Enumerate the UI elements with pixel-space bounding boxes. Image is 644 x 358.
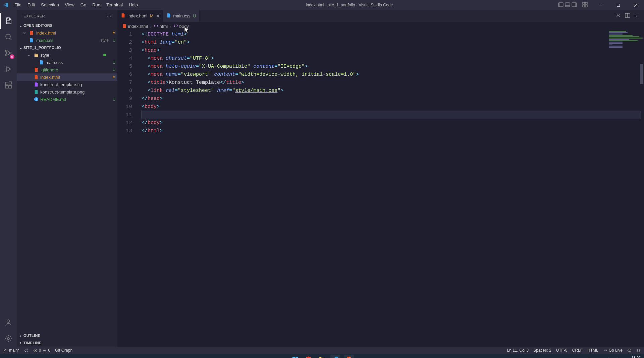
file-icon bbox=[39, 60, 44, 65]
taskbar-vscode-icon[interactable] bbox=[330, 355, 340, 358]
code-line[interactable]: </head> bbox=[142, 95, 644, 103]
breadcrumb[interactable]: index.html›html›body bbox=[117, 22, 644, 31]
close-button[interactable] bbox=[628, 0, 643, 10]
sidebar-more-icon[interactable]: ⋯ bbox=[107, 13, 112, 19]
menu-file[interactable]: File bbox=[12, 0, 24, 10]
tree-item[interactable]: konstruct-template.fig bbox=[17, 81, 117, 88]
code-line[interactable]: <meta http-equiv="X-UA-Compatible" conte… bbox=[142, 63, 644, 71]
taskbar-figma-icon[interactable] bbox=[344, 355, 354, 358]
activity-settings[interactable] bbox=[0, 331, 16, 347]
svg-line-15 bbox=[10, 38, 11, 40]
editor-tab[interactable]: index.html M × bbox=[117, 10, 163, 22]
tree-item[interactable]: i README.md U bbox=[17, 96, 117, 103]
project-header[interactable]: ⌄ SITE_1_PORTFOLIO bbox=[17, 44, 117, 51]
tree-item[interactable]: index.html M bbox=[17, 73, 117, 81]
customize-layout-icon[interactable] bbox=[582, 2, 588, 8]
tree-item[interactable]: .gitignore U bbox=[17, 66, 117, 73]
code-line[interactable]: </html> bbox=[142, 127, 644, 135]
close-icon[interactable]: × bbox=[22, 31, 27, 36]
layout-panel-right-icon[interactable] bbox=[572, 2, 577, 8]
status-feedback-icon[interactable] bbox=[627, 348, 632, 353]
chevron-down-icon: ⌄ bbox=[18, 23, 23, 28]
file-label: index.html bbox=[36, 31, 109, 36]
svg-rect-8 bbox=[583, 5, 585, 7]
status-golive[interactable]: Go Live bbox=[603, 348, 623, 353]
svg-rect-11 bbox=[617, 4, 620, 6]
code-line[interactable]: <html lang="en"> bbox=[142, 39, 644, 47]
status-lang[interactable]: HTML bbox=[587, 348, 598, 353]
status-bell-icon[interactable] bbox=[636, 348, 641, 353]
tab-more-icon[interactable]: ⋯ bbox=[634, 13, 639, 18]
activity-scm[interactable]: 5 bbox=[0, 45, 16, 61]
code-line[interactable]: <title>Konstuct Template</title> bbox=[142, 79, 644, 87]
code-line[interactable]: <meta charset="UTF-8"> bbox=[142, 55, 644, 63]
scrollbar-thumb[interactable] bbox=[640, 64, 643, 84]
code-line[interactable]: <body> bbox=[142, 103, 644, 111]
status-lncol[interactable]: Ln 11, Col 3 bbox=[507, 348, 529, 353]
menu-go[interactable]: Go bbox=[78, 0, 89, 10]
code-line[interactable]: <!DOCTYPE html> bbox=[142, 31, 644, 39]
status-branch[interactable]: main* bbox=[3, 348, 19, 353]
code-editor[interactable]: 12⌄3⌄45678910111213 <!DOCTYPE html><html… bbox=[117, 31, 644, 347]
file-status: U bbox=[111, 67, 117, 72]
code-line[interactable]: <link rel="stylesheet" href="style/main.… bbox=[142, 87, 644, 95]
svg-point-26 bbox=[7, 338, 9, 340]
menu-run[interactable]: Run bbox=[90, 0, 103, 10]
minimize-button[interactable] bbox=[593, 0, 608, 10]
breadcrumb-item[interactable]: index.html bbox=[122, 23, 148, 29]
line-number: 11 bbox=[117, 111, 132, 119]
fold-chevron-icon[interactable]: ⌄ bbox=[128, 39, 131, 47]
menu-selection[interactable]: Selection bbox=[38, 0, 61, 10]
code-line[interactable]: <head> bbox=[142, 47, 644, 55]
status-gitgraph[interactable]: Git Graph bbox=[55, 348, 72, 353]
breadcrumb-item[interactable]: body bbox=[173, 23, 189, 29]
menu-terminal[interactable]: Terminal bbox=[104, 0, 125, 10]
activity-search[interactable] bbox=[0, 29, 16, 45]
code-line[interactable]: <meta name="viewport" content="width=dev… bbox=[142, 71, 644, 79]
activity-explorer[interactable] bbox=[0, 13, 16, 29]
taskbar-explorer-icon[interactable] bbox=[317, 355, 327, 358]
layout-panel-bottom-icon[interactable] bbox=[565, 2, 570, 8]
outline-label: OUTLINE bbox=[23, 334, 40, 338]
compare-changes-icon[interactable] bbox=[615, 13, 621, 19]
timeline-header[interactable]: › TIMELINE bbox=[17, 339, 117, 347]
activity-account[interactable] bbox=[0, 314, 16, 331]
fold-chevron-icon[interactable]: ⌄ bbox=[128, 47, 131, 55]
title-controls bbox=[558, 0, 644, 10]
menu-view[interactable]: View bbox=[62, 0, 77, 10]
activity-debug[interactable] bbox=[0, 61, 16, 77]
maximize-button[interactable] bbox=[610, 0, 626, 10]
line-gutter: 12⌄3⌄45678910111213 bbox=[117, 31, 139, 347]
code-line[interactable] bbox=[142, 111, 641, 119]
status-encoding[interactable]: UTF-8 bbox=[556, 348, 568, 353]
outline-header[interactable]: › OUTLINE bbox=[17, 332, 117, 339]
tree-item[interactable]: ⌄ style bbox=[17, 51, 117, 59]
open-editor-item[interactable]: main.css style U bbox=[17, 37, 117, 44]
split-editor-icon[interactable] bbox=[625, 13, 630, 19]
tray-clock[interactable]: 13:02 14.09.2022 bbox=[622, 356, 641, 358]
status-eol[interactable]: CRLF bbox=[572, 348, 583, 353]
code-line[interactable]: </body> bbox=[142, 119, 644, 127]
open-editor-item[interactable]: × index.html M bbox=[17, 29, 117, 37]
status-problems[interactable]: 0 0 bbox=[33, 348, 50, 353]
layout-panel-left-icon[interactable] bbox=[558, 2, 564, 8]
taskbar-start-icon[interactable] bbox=[290, 355, 300, 358]
menu-edit[interactable]: Edit bbox=[25, 0, 38, 10]
tab-bar: index.html M × main.css U ⋯ bbox=[117, 10, 644, 22]
close-icon[interactable]: × bbox=[157, 13, 159, 19]
taskbar-chrome-icon[interactable] bbox=[304, 355, 314, 358]
status-spaces[interactable]: Spaces: 2 bbox=[533, 348, 551, 353]
activity-extensions[interactable] bbox=[0, 77, 16, 93]
status-sync[interactable] bbox=[24, 348, 29, 353]
menu-help[interactable]: Help bbox=[126, 0, 141, 10]
code-content[interactable]: <!DOCTYPE html><html lang="en"><head> <m… bbox=[139, 31, 644, 347]
vertical-scrollbar[interactable] bbox=[639, 31, 644, 347]
tree-item[interactable]: main.css U bbox=[17, 59, 117, 66]
svg-rect-6 bbox=[583, 2, 585, 4]
line-number: 2⌄ bbox=[117, 39, 132, 47]
tree-item[interactable]: konstruct-template.png bbox=[17, 88, 117, 96]
vscode-logo-icon bbox=[0, 2, 12, 8]
editor-tab[interactable]: main.css U bbox=[163, 10, 200, 22]
open-editors-header[interactable]: ⌄ OPEN EDITORS bbox=[17, 22, 117, 29]
breadcrumb-item[interactable]: html bbox=[154, 23, 168, 29]
